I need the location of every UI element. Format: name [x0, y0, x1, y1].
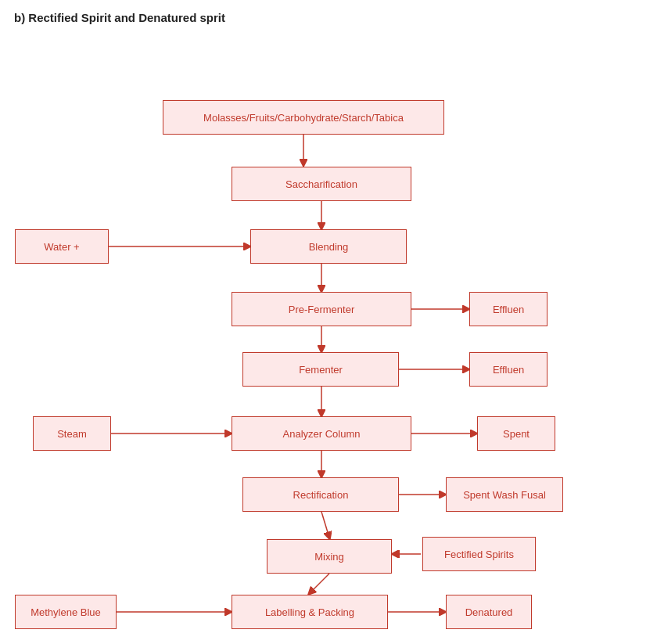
- methylene-blue-box: Methylene Blue: [15, 595, 117, 629]
- spent-box: Spent: [477, 416, 555, 451]
- rectification-box: Rectification: [242, 477, 399, 512]
- fermenter-box: Fementer: [242, 352, 399, 387]
- effluen1-box: Effluen: [469, 292, 548, 326]
- denatured-box: Denatured: [446, 595, 532, 629]
- svg-line-15: [310, 574, 329, 593]
- mixing-box: Mixing: [267, 539, 392, 574]
- molasses-box: Molasses/Fruits/Carbohydrate/Starch/Tabi…: [163, 100, 444, 135]
- water-box: Water +: [15, 229, 109, 264]
- page-title: b) Rectified Spirit and Denatured sprit: [14, 11, 225, 24]
- steam-box: Steam: [33, 416, 111, 451]
- spent-wash-fusal-box: Spent Wash Fusal: [446, 477, 563, 512]
- fectified-spirits-box: Fectified Spirits: [422, 537, 536, 571]
- labelling-packing-box: Labelling & Packing: [232, 595, 388, 629]
- analyzer-column-box: Analyzer Column: [232, 416, 411, 451]
- pre-fermenter-box: Pre-Fermenter: [232, 292, 411, 326]
- svg-line-13: [321, 512, 329, 538]
- effluen2-box: Effluen: [469, 352, 548, 387]
- saccharification-box: Saccharification: [232, 167, 411, 201]
- blending-box: Blending: [250, 229, 407, 264]
